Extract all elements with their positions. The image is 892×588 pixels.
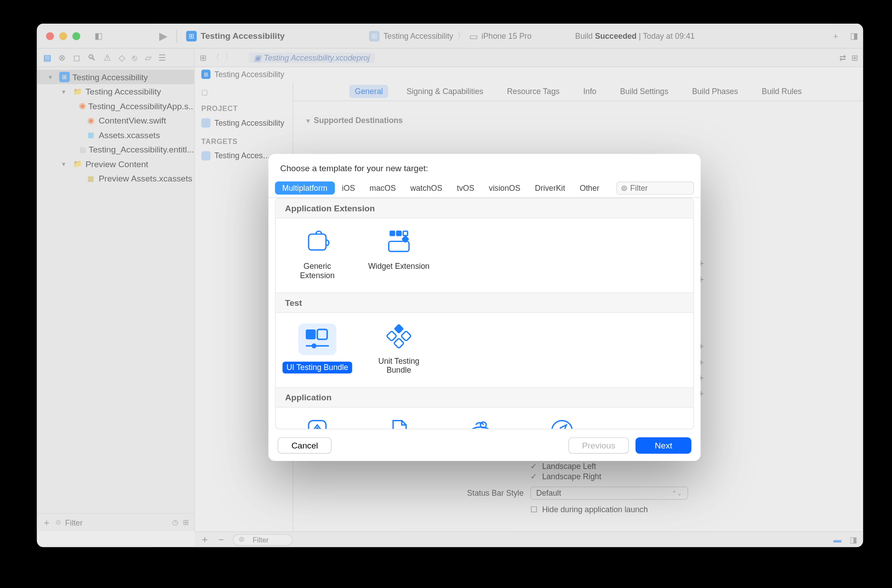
bookmark-icon[interactable]: ◻	[73, 53, 80, 62]
add-target-icon[interactable]: ＋	[200, 533, 210, 546]
file-icon: 📁	[72, 158, 83, 169]
platform-tab[interactable]: Multiplatform	[275, 181, 335, 194]
template-group-header: Application	[276, 387, 694, 407]
report-icon[interactable]: ☰	[158, 53, 166, 62]
svg-rect-2	[390, 231, 394, 236]
file-icon: ⊞	[59, 72, 70, 82]
next-button[interactable]: Next	[636, 437, 691, 453]
sidebar-toggle-icon[interactable]: ◧	[92, 29, 106, 43]
doc-outline-icon[interactable]: ▢	[201, 88, 286, 97]
tree-item[interactable]: ▦Assets.xcassets	[37, 127, 194, 142]
template-game[interactable]	[444, 418, 516, 429]
editor-tab[interactable]: ▣ Testing Accessibility.xcodeproj	[249, 52, 375, 63]
remove-target-icon[interactable]: －	[216, 533, 226, 546]
platform-tab[interactable]: visionOS	[482, 181, 528, 194]
nav-forward-icon[interactable]: 〉	[225, 52, 233, 63]
add-file-icon[interactable]: ＋	[42, 517, 51, 529]
file-label: Testing Accessibility	[86, 86, 161, 96]
close-window-button[interactable]	[46, 32, 54, 40]
scm-filter-icon[interactable]: ⊞	[183, 518, 189, 526]
project-navigator: ▤ ⊗ ◻ 🔍︎ ⚠︎ ◇ ⎋ ▱ ☰ ▾⊞Testing Accessibil…	[37, 49, 195, 531]
svg-rect-10	[393, 324, 404, 334]
project-tab[interactable]: Build Rules	[756, 85, 807, 98]
file-icon: ◉	[79, 101, 86, 111]
project-tab[interactable]: Resource Tags	[502, 85, 565, 98]
template-doc-app[interactable]	[363, 418, 435, 429]
orientation-checkbox[interactable]: ✓Landscape Right	[530, 472, 688, 481]
run-destination[interactable]: ⊞ Testing Accessibility 〉 ▭ iPhone 15 Pr…	[369, 30, 531, 41]
project-tab[interactable]: Signing & Capabilities	[401, 85, 489, 98]
tree-item[interactable]: ▦Preview Assets.xcassets	[37, 171, 194, 185]
target-filter-input[interactable]	[248, 535, 287, 544]
platform-tab[interactable]: watchOS	[403, 181, 450, 194]
project-settings-tabs: GeneralSigning & CapabilitiesResource Ta…	[293, 82, 863, 101]
template-generic-ext[interactable]: Generic Extension	[281, 229, 353, 282]
platform-tab[interactable]: DriverKit	[528, 181, 572, 194]
template-widget-ext[interactable]: Widget Extension	[363, 229, 435, 282]
nav-back-icon[interactable]: 〈	[212, 52, 220, 63]
traffic-lights	[37, 32, 90, 40]
tree-item[interactable]: ▾⊞Testing Accessibility	[37, 70, 194, 84]
section-supported-destinations[interactable]: ▾Supported Destinations	[306, 116, 850, 125]
adjust-editor-icon[interactable]: ⇄	[839, 53, 846, 62]
cancel-button[interactable]: Cancel	[277, 437, 332, 453]
add-icon[interactable]: ＋	[829, 29, 842, 43]
template-app[interactable]	[281, 418, 353, 429]
library-icon[interactable]: ◨	[847, 29, 861, 43]
file-label: Preview Assets.xcassets	[99, 173, 192, 183]
project-tab[interactable]: General	[350, 85, 388, 98]
svg-rect-6	[306, 329, 315, 339]
scheme-selector[interactable]: ⊞ Testing Accessibility	[181, 31, 290, 41]
minimize-window-button[interactable]	[59, 32, 67, 40]
orientation-checkbox[interactable]: ✓Landscape Left	[530, 461, 688, 471]
file-tree: ▾⊞Testing Accessibility▾📁Testing Accessi…	[37, 67, 194, 513]
template-filter-input[interactable]	[630, 183, 690, 193]
bottom-bar-icon[interactable]: ▬	[833, 535, 842, 544]
related-items-icon[interactable]: ⊞	[200, 53, 206, 62]
debug-icon[interactable]: ⎋	[132, 53, 137, 62]
project-navigator-icon[interactable]: ▤	[43, 53, 51, 62]
file-label: ContentView.swift	[99, 115, 166, 125]
recent-icon[interactable]: ◷	[172, 518, 179, 526]
new-target-sheet: Choose a template for your new target: M…	[268, 154, 701, 461]
project-tab[interactable]: Build Settings	[615, 85, 674, 98]
find-icon[interactable]: 🔍︎	[87, 53, 96, 62]
template-ui-test[interactable]: UI Testing Bundle	[281, 323, 353, 376]
status-bar-popup[interactable]: Default⌃⌄	[530, 487, 688, 500]
tree-item[interactable]: ▾📁Testing Accessibility	[37, 84, 194, 99]
jump-bar[interactable]: ⊞ Testing Accessibility	[195, 67, 863, 81]
project-tab[interactable]: Info	[578, 85, 602, 98]
target-filter-bar: ＋ － ⊚ ▬ ◨	[195, 531, 863, 547]
project-icon	[201, 119, 211, 128]
previous-button[interactable]: Previous	[568, 437, 629, 453]
sheet-footer: Cancel Previous Next	[268, 429, 701, 461]
bottom-bar-toggle-icon[interactable]: ◨	[849, 535, 858, 544]
tree-item[interactable]: ▤Testing_Accessibility.entitl...	[37, 142, 194, 156]
template-unit-test[interactable]: Unit TestingBundle	[363, 323, 435, 376]
project-row[interactable]: Testing Accessibility	[201, 116, 286, 130]
tree-item[interactable]: ▾📁Preview Content	[37, 156, 194, 171]
test-icon[interactable]: ◇	[119, 53, 125, 62]
platform-tab[interactable]: tvOS	[450, 181, 482, 194]
template-safari-ext[interactable]	[526, 418, 598, 429]
zoom-window-button[interactable]	[72, 32, 80, 40]
file-icon: 📁	[72, 86, 83, 97]
breakpoint-icon[interactable]: ▱	[145, 53, 152, 62]
sidebar-filter-input[interactable]	[65, 518, 169, 527]
hide-status-bar-checkbox[interactable]: ☐Hide during application launch	[530, 505, 688, 514]
template-label: UI Testing Bundle	[282, 362, 352, 374]
add-editor-icon[interactable]: ⊞	[851, 53, 858, 62]
run-icon[interactable]: ▶	[157, 29, 170, 43]
issue-icon[interactable]: ⚠︎	[103, 53, 112, 62]
platform-tab[interactable]: iOS	[334, 181, 362, 194]
template-filter: ⊚	[616, 181, 694, 194]
tree-item[interactable]: ◉Testing_AccessibilityApp.s...	[37, 99, 194, 113]
tree-item[interactable]: ◉ContentView.swift	[37, 113, 194, 127]
svg-rect-1	[388, 241, 409, 251]
platform-tab[interactable]: macOS	[362, 181, 403, 194]
source-control-icon[interactable]: ⊗	[58, 53, 66, 62]
platform-tab[interactable]: Other	[572, 181, 607, 194]
file-label: Testing_AccessibilityApp.s...	[88, 101, 194, 111]
svg-rect-4	[403, 231, 408, 236]
project-tab[interactable]: Build Phases	[687, 85, 743, 98]
